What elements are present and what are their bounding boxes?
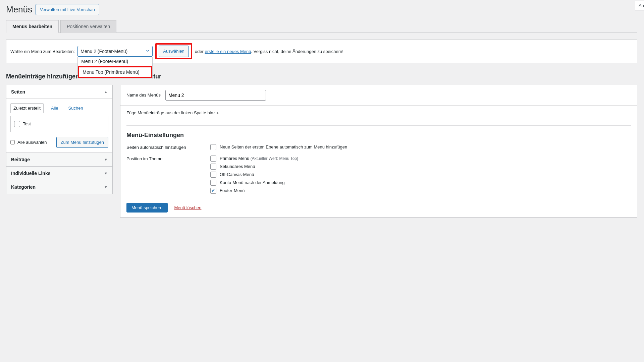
- menu-select-bar: Wähle ein Menü zum Bearbeiten: Menu 2 (F…: [6, 40, 637, 63]
- theme-locations-list: Primäres Menü (Aktueller Wert: Menu Top)…: [210, 156, 631, 196]
- nav-tabs: Menüs bearbeiten Positionen verwalten: [6, 20, 637, 33]
- page-item-test-label: Test: [23, 121, 31, 126]
- theme-location-option[interactable]: Primäres Menü (Aktueller Wert: Menu Top): [210, 156, 631, 162]
- metabox-pages: Seiten ▲ Zuletzt erstellt Alle Suchen Te…: [6, 85, 113, 153]
- metabox-pages-toggle[interactable]: Seiten ▲: [6, 85, 112, 99]
- triangle-down-icon: ▼: [104, 158, 108, 162]
- pages-tab-recent[interactable]: Zuletzt erstellt: [10, 103, 44, 113]
- choose-button[interactable]: Auswählen: [159, 46, 189, 57]
- theme-location-label: Sekundäres Menü: [220, 164, 255, 169]
- tab-manage-positions[interactable]: Positionen verwalten: [60, 20, 116, 33]
- metabox-categories: Kategorien ▼: [6, 180, 113, 194]
- theme-location-checkbox[interactable]: [210, 156, 216, 162]
- theme-location-checkbox[interactable]: [210, 180, 216, 186]
- select-bar-text: oder erstelle ein neues Menü. Vergiss ni…: [195, 49, 343, 54]
- metabox-custom-links-toggle[interactable]: Individuelle Links ▼: [6, 167, 112, 180]
- metabox-posts: Beiträge ▼: [6, 153, 113, 167]
- menu-option-footer[interactable]: Menu 2 (Footer-Menü): [78, 57, 152, 66]
- metabox-custom-links-title: Individuelle Links: [11, 171, 50, 176]
- metabox-posts-title: Beiträge: [11, 157, 30, 162]
- menu-structure-panel: Name des Menüs Füge Menüeinträge aus der…: [120, 85, 637, 218]
- theme-location-checkbox[interactable]: [210, 164, 216, 170]
- theme-location-label: Footer-Menü: [220, 188, 245, 193]
- menu-option-primary[interactable]: Menu Top (Primäres Menü): [78, 66, 152, 78]
- theme-position-label: Position im Theme: [126, 156, 210, 196]
- theme-location-checkbox[interactable]: [210, 172, 216, 178]
- menu-select-label: Wähle ein Menü zum Bearbeiten:: [10, 49, 75, 54]
- choose-button-highlight: Auswählen: [155, 43, 192, 59]
- select-all-pages-label: Alle auswählen: [17, 140, 47, 145]
- add-to-menu-button[interactable]: Zum Menü hinzufügen: [56, 137, 108, 148]
- select-all-pages-checkbox[interactable]: [10, 140, 15, 144]
- page-item-test[interactable]: Test: [14, 120, 105, 128]
- page-item-test-checkbox[interactable]: [14, 121, 20, 127]
- triangle-up-icon: ▲: [104, 90, 108, 94]
- theme-location-sublabel: (Aktueller Wert: Menu Top): [251, 156, 298, 161]
- theme-location-label: Primäres Menü (Aktueller Wert: Menu Top): [220, 156, 298, 161]
- pages-check-list: Test: [10, 116, 108, 132]
- theme-location-label: Konto-Menü nach der Anmeldung: [220, 180, 285, 185]
- empty-menu-hint: Füge Menüeinträge aus der linken Spalte …: [126, 110, 631, 115]
- metabox-categories-toggle[interactable]: Kategorien ▼: [6, 180, 112, 194]
- delete-menu-link[interactable]: Menü löschen: [174, 205, 202, 210]
- save-menu-button[interactable]: Menü speichern: [126, 203, 168, 213]
- metabox-pages-title: Seiten: [11, 89, 25, 95]
- theme-location-checkbox[interactable]: [210, 188, 216, 194]
- menu-name-label: Name des Menüs: [126, 93, 161, 98]
- auto-add-option[interactable]: Neue Seiten der ersten Ebene automatisch…: [210, 144, 631, 150]
- pages-tab-search[interactable]: Suchen: [66, 104, 86, 113]
- menu-name-input[interactable]: [165, 90, 266, 101]
- triangle-down-icon: ▼: [104, 185, 108, 189]
- menu-select[interactable]: [77, 46, 153, 57]
- divider: [126, 125, 631, 126]
- metabox-custom-links: Individuelle Links ▼: [6, 167, 113, 180]
- live-preview-button[interactable]: Verwalten mit Live-Vorschau: [36, 4, 99, 15]
- theme-location-option[interactable]: Off-Canvas-Menü: [210, 172, 631, 178]
- select-all-pages[interactable]: Alle auswählen: [10, 140, 47, 145]
- theme-location-option[interactable]: Footer-Menü: [210, 188, 631, 194]
- pages-inner-tabs: Zuletzt erstellt Alle Suchen: [10, 103, 108, 113]
- metabox-categories-title: Kategorien: [11, 184, 36, 190]
- theme-location-option[interactable]: Konto-Menü nach der Anmeldung: [210, 180, 631, 186]
- menu-select-dropdown: Menu 2 (Footer-Menü) Menu Top (Primäres …: [77, 57, 153, 78]
- triangle-down-icon: ▼: [104, 171, 108, 175]
- create-new-menu-link[interactable]: erstelle ein neues Menü: [205, 49, 251, 54]
- screen-options-stub[interactable]: An: [635, 1, 644, 10]
- auto-add-desc: Neue Seiten der ersten Ebene automatisch…: [220, 144, 347, 149]
- menu-structure-heading: Menü-Struktur: [120, 73, 637, 80]
- menu-settings-heading: Menü-Einstellungen: [126, 132, 631, 139]
- auto-add-label: Seiten automatisch hinzufügen: [126, 144, 210, 152]
- theme-location-option[interactable]: Sekundäres Menü: [210, 164, 631, 170]
- auto-add-checkbox[interactable]: [210, 144, 216, 150]
- page-title: Menüs: [6, 4, 32, 15]
- pages-tab-all[interactable]: Alle: [48, 104, 61, 113]
- theme-location-label: Off-Canvas-Menü: [220, 172, 254, 177]
- tab-edit-menus[interactable]: Menüs bearbeiten: [6, 20, 59, 33]
- metabox-posts-toggle[interactable]: Beiträge ▼: [6, 153, 112, 166]
